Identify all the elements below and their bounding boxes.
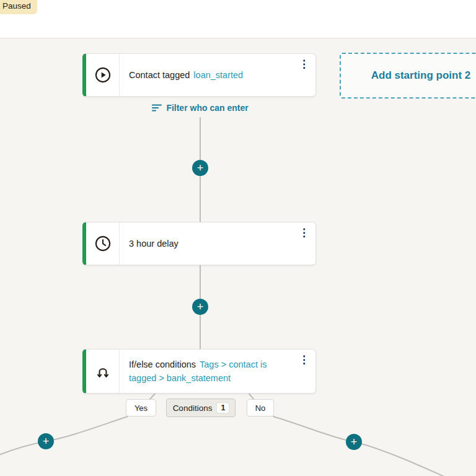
filter-entry-link[interactable]: Filter who can enter [82,103,318,113]
node-if-else[interactable]: If/else conditionsTags > contact is tagg… [82,349,316,394]
add-step-button-yes-branch[interactable]: + [38,433,54,449]
clock-icon [86,223,120,265]
node-label: If/else conditionsTags > contact is tagg… [120,350,315,393]
node-delay[interactable]: 3 hour delay ⋮ [82,222,316,265]
top-bar: Paused [0,0,476,38]
add-starting-point-button[interactable]: Add starting point 2 [340,53,476,99]
node-title: Contact tagged [129,70,190,80]
node-label: 3 hour delay [120,223,315,265]
node-label: Contact taggedloan_started [120,54,315,96]
conditions-count-badge: 1 [217,403,229,413]
node-title: If/else conditions [129,359,196,369]
branch-label-yes: Yes [126,399,156,416]
add-step-button[interactable]: + [192,299,208,315]
filter-entry-label: Filter who can enter [166,103,248,113]
filter-icon [152,104,162,112]
branch-icon [86,350,120,393]
branch-label-no: No [247,399,274,416]
node-title: 3 hour delay [129,237,178,250]
kebab-menu-icon[interactable]: ⋮ [295,353,313,366]
play-icon [86,54,120,96]
kebab-menu-icon[interactable]: ⋮ [295,226,313,239]
journey-canvas: Contact taggedloan_started ⋮ Add startin… [0,38,476,476]
add-step-button-no-branch[interactable]: + [346,434,362,450]
conditions-label: Conditions [173,403,213,413]
add-step-button[interactable]: + [192,160,208,176]
add-starting-point-label: Add starting point 2 [371,69,471,82]
journey-builder-screen: Paused Contact taggedloan_started ⋮ [0,0,476,476]
node-starting-point[interactable]: Contact taggedloan_started ⋮ [82,53,316,97]
conditions-button[interactable]: Conditions 1 [166,399,236,417]
node-detail-link: loan_started [193,70,243,80]
status-badge: Paused [0,0,37,14]
kebab-menu-icon[interactable]: ⋮ [295,58,313,71]
